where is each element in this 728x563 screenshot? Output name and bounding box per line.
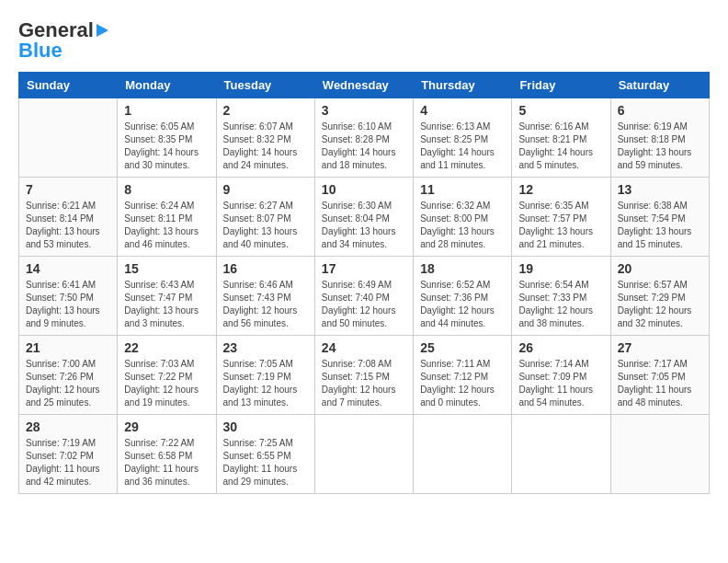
day-number: 29 <box>124 419 209 434</box>
logo-arrow-icon <box>97 24 108 37</box>
calendar-cell: 15Sunrise: 6:43 AM Sunset: 7:47 PM Dayli… <box>118 257 216 336</box>
day-info: Sunrise: 6:10 AM Sunset: 8:28 PM Dayligh… <box>322 121 406 172</box>
calendar-header: SundayMondayTuesdayWednesdayThursdayFrid… <box>19 73 710 98</box>
header: General Blue <box>18 18 710 63</box>
calendar-table: SundayMondayTuesdayWednesdayThursdayFrid… <box>18 72 710 494</box>
day-info: Sunrise: 6:24 AM Sunset: 8:11 PM Dayligh… <box>124 200 209 251</box>
calendar-week-0: 1Sunrise: 6:05 AM Sunset: 8:35 PM Daylig… <box>19 98 710 178</box>
day-info: Sunrise: 6:57 AM Sunset: 7:29 PM Dayligh… <box>618 279 702 330</box>
calendar-week-3: 21Sunrise: 7:00 AM Sunset: 7:26 PM Dayli… <box>19 336 710 415</box>
day-number: 15 <box>124 261 209 276</box>
calendar-cell: 10Sunrise: 6:30 AM Sunset: 8:04 PM Dayli… <box>314 178 413 257</box>
day-info: Sunrise: 6:43 AM Sunset: 7:47 PM Dayligh… <box>124 279 209 330</box>
calendar-cell: 12Sunrise: 6:35 AM Sunset: 7:57 PM Dayli… <box>512 178 610 257</box>
weekday-header-monday: Monday <box>118 73 216 98</box>
day-number: 6 <box>618 103 702 118</box>
calendar-cell: 1Sunrise: 6:05 AM Sunset: 8:35 PM Daylig… <box>118 98 216 178</box>
calendar-cell: 11Sunrise: 6:32 AM Sunset: 8:00 PM Dayli… <box>414 178 512 257</box>
calendar-cell: 14Sunrise: 6:41 AM Sunset: 7:50 PM Dayli… <box>19 257 118 336</box>
day-number: 25 <box>420 340 505 355</box>
day-number: 11 <box>420 182 505 197</box>
day-info: Sunrise: 7:17 AM Sunset: 7:05 PM Dayligh… <box>618 358 702 409</box>
day-number: 7 <box>26 182 110 197</box>
day-number: 24 <box>322 340 406 355</box>
day-info: Sunrise: 6:46 AM Sunset: 7:43 PM Dayligh… <box>223 279 308 330</box>
calendar-cell: 9Sunrise: 6:27 AM Sunset: 8:07 PM Daylig… <box>216 178 314 257</box>
calendar-cell: 4Sunrise: 6:13 AM Sunset: 8:25 PM Daylig… <box>414 98 512 178</box>
day-number: 16 <box>223 261 308 276</box>
day-info: Sunrise: 6:05 AM Sunset: 8:35 PM Dayligh… <box>124 121 209 172</box>
calendar-cell: 8Sunrise: 6:24 AM Sunset: 8:11 PM Daylig… <box>118 178 216 257</box>
calendar-cell: 21Sunrise: 7:00 AM Sunset: 7:26 PM Dayli… <box>19 336 118 415</box>
calendar-week-1: 7Sunrise: 6:21 AM Sunset: 8:14 PM Daylig… <box>19 178 710 257</box>
day-info: Sunrise: 6:32 AM Sunset: 8:00 PM Dayligh… <box>420 200 505 251</box>
calendar-cell: 25Sunrise: 7:11 AM Sunset: 7:12 PM Dayli… <box>414 336 512 415</box>
calendar-cell: 13Sunrise: 6:38 AM Sunset: 7:54 PM Dayli… <box>610 178 709 257</box>
calendar-cell: 18Sunrise: 6:52 AM Sunset: 7:36 PM Dayli… <box>414 257 512 336</box>
calendar-cell: 29Sunrise: 7:22 AM Sunset: 6:58 PM Dayli… <box>118 415 216 494</box>
day-number: 27 <box>618 340 702 355</box>
day-number: 21 <box>26 340 110 355</box>
calendar-cell: 24Sunrise: 7:08 AM Sunset: 7:15 PM Dayli… <box>314 336 413 415</box>
day-info: Sunrise: 7:14 AM Sunset: 7:09 PM Dayligh… <box>518 358 603 409</box>
day-info: Sunrise: 6:41 AM Sunset: 7:50 PM Dayligh… <box>26 279 110 330</box>
calendar-cell: 5Sunrise: 6:16 AM Sunset: 8:21 PM Daylig… <box>512 98 610 178</box>
calendar-cell: 17Sunrise: 6:49 AM Sunset: 7:40 PM Dayli… <box>314 257 413 336</box>
day-number: 19 <box>518 261 603 276</box>
calendar-cell: 23Sunrise: 7:05 AM Sunset: 7:19 PM Dayli… <box>216 336 314 415</box>
weekday-header-thursday: Thursday <box>414 73 512 98</box>
weekday-header-sunday: Sunday <box>19 73 118 98</box>
calendar-cell: 20Sunrise: 6:57 AM Sunset: 7:29 PM Dayli… <box>610 257 709 336</box>
day-number: 12 <box>518 182 603 197</box>
day-info: Sunrise: 6:52 AM Sunset: 7:36 PM Dayligh… <box>420 279 505 330</box>
day-info: Sunrise: 6:49 AM Sunset: 7:40 PM Dayligh… <box>322 279 406 330</box>
day-number: 1 <box>124 103 209 118</box>
day-info: Sunrise: 6:07 AM Sunset: 8:32 PM Dayligh… <box>223 121 308 172</box>
calendar-week-4: 28Sunrise: 7:19 AM Sunset: 7:02 PM Dayli… <box>19 415 710 494</box>
calendar-cell: 22Sunrise: 7:03 AM Sunset: 7:22 PM Dayli… <box>118 336 216 415</box>
calendar-cell: 30Sunrise: 7:25 AM Sunset: 6:55 PM Dayli… <box>216 415 314 494</box>
logo-text-blue: Blue <box>18 39 63 63</box>
day-info: Sunrise: 6:16 AM Sunset: 8:21 PM Dayligh… <box>518 121 603 172</box>
day-info: Sunrise: 6:13 AM Sunset: 8:25 PM Dayligh… <box>420 121 505 172</box>
day-info: Sunrise: 6:35 AM Sunset: 7:57 PM Dayligh… <box>518 200 603 251</box>
day-info: Sunrise: 7:03 AM Sunset: 7:22 PM Dayligh… <box>124 358 209 409</box>
day-number: 14 <box>26 261 110 276</box>
day-info: Sunrise: 7:11 AM Sunset: 7:12 PM Dayligh… <box>420 358 505 409</box>
day-number: 20 <box>618 261 702 276</box>
day-info: Sunrise: 6:30 AM Sunset: 8:04 PM Dayligh… <box>322 200 406 251</box>
weekday-header-saturday: Saturday <box>610 73 709 98</box>
weekday-row: SundayMondayTuesdayWednesdayThursdayFrid… <box>19 73 710 98</box>
day-info: Sunrise: 6:21 AM Sunset: 8:14 PM Dayligh… <box>26 200 110 251</box>
calendar-cell <box>512 415 610 494</box>
day-number: 26 <box>518 340 603 355</box>
weekday-header-friday: Friday <box>512 73 610 98</box>
calendar-cell <box>19 98 118 178</box>
day-info: Sunrise: 6:38 AM Sunset: 7:54 PM Dayligh… <box>618 200 702 251</box>
day-number: 4 <box>420 103 505 118</box>
logo: General Blue <box>18 18 108 63</box>
day-number: 22 <box>124 340 209 355</box>
calendar-cell: 2Sunrise: 6:07 AM Sunset: 8:32 PM Daylig… <box>216 98 314 178</box>
day-info: Sunrise: 6:27 AM Sunset: 8:07 PM Dayligh… <box>223 200 308 251</box>
calendar-cell: 28Sunrise: 7:19 AM Sunset: 7:02 PM Dayli… <box>19 415 118 494</box>
day-number: 28 <box>26 419 110 434</box>
day-number: 18 <box>420 261 505 276</box>
calendar-week-2: 14Sunrise: 6:41 AM Sunset: 7:50 PM Dayli… <box>19 257 710 336</box>
calendar-cell: 16Sunrise: 6:46 AM Sunset: 7:43 PM Dayli… <box>216 257 314 336</box>
day-info: Sunrise: 7:00 AM Sunset: 7:26 PM Dayligh… <box>26 358 110 409</box>
day-number: 9 <box>223 182 308 197</box>
day-number: 5 <box>518 103 603 118</box>
day-number: 8 <box>124 182 209 197</box>
day-info: Sunrise: 7:08 AM Sunset: 7:15 PM Dayligh… <box>322 358 406 409</box>
calendar-cell <box>610 415 709 494</box>
day-info: Sunrise: 7:25 AM Sunset: 6:55 PM Dayligh… <box>223 437 308 488</box>
day-number: 2 <box>223 103 308 118</box>
calendar-cell: 26Sunrise: 7:14 AM Sunset: 7:09 PM Dayli… <box>512 336 610 415</box>
day-info: Sunrise: 7:22 AM Sunset: 6:58 PM Dayligh… <box>124 437 209 488</box>
day-number: 3 <box>322 103 406 118</box>
day-info: Sunrise: 6:54 AM Sunset: 7:33 PM Dayligh… <box>518 279 603 330</box>
calendar-cell <box>414 415 512 494</box>
calendar-cell: 3Sunrise: 6:10 AM Sunset: 8:28 PM Daylig… <box>314 98 413 178</box>
day-number: 23 <box>223 340 308 355</box>
